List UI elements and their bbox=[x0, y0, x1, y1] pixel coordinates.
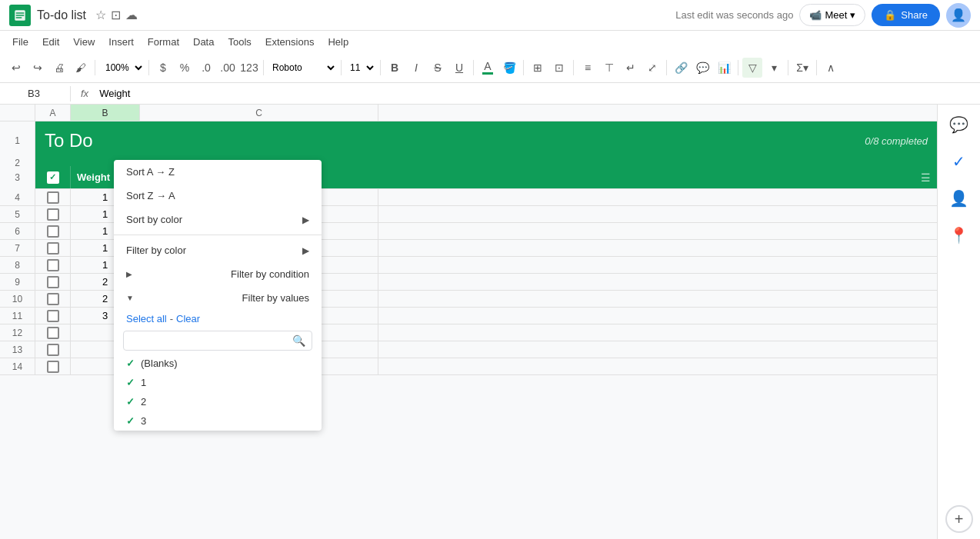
value2-label: 2 bbox=[141, 396, 146, 408]
function-button[interactable]: Σ▾ bbox=[792, 58, 812, 78]
formula-input[interactable] bbox=[96, 86, 977, 101]
underline-button[interactable]: U bbox=[449, 58, 469, 78]
sidebar-contacts-icon[interactable]: 👤 bbox=[945, 185, 973, 212]
italic-button[interactable]: I bbox=[406, 58, 426, 78]
text-color-button[interactable]: A bbox=[478, 58, 498, 78]
value-blanks[interactable]: ✓ (Blanks) bbox=[114, 354, 322, 373]
sidebar-add-button[interactable]: + bbox=[945, 505, 973, 533]
sidebar-chat-icon[interactable]: 💬 bbox=[945, 111, 973, 138]
doc-title: To-do list bbox=[37, 8, 86, 22]
filter-view-button[interactable]: ▾ bbox=[764, 58, 784, 78]
checkbox-6[interactable] bbox=[47, 225, 59, 238]
halign-button[interactable]: ≡ bbox=[578, 58, 598, 78]
star-icon[interactable]: ☆ bbox=[95, 8, 106, 22]
rotate-button[interactable]: ⤢ bbox=[642, 58, 662, 78]
filter-button[interactable]: ▽ bbox=[742, 58, 762, 78]
sidebar-maps-icon[interactable]: 📍 bbox=[945, 221, 973, 249]
sort-by-color-item[interactable]: Sort by color ▶ bbox=[114, 208, 322, 231]
zoom-select[interactable]: 100% bbox=[99, 60, 145, 75]
clear-link[interactable]: Clear bbox=[176, 313, 200, 324]
share-button[interactable]: 🔒 Share bbox=[872, 4, 940, 26]
sep11 bbox=[788, 60, 788, 75]
checkbox-8[interactable] bbox=[47, 259, 59, 271]
sort-za-item[interactable]: Sort Z → A bbox=[114, 184, 322, 208]
task-menu-icon[interactable]: ☰ bbox=[921, 171, 931, 184]
row-num-header bbox=[0, 105, 35, 121]
value-3[interactable]: ✓ 3 bbox=[114, 411, 322, 431]
decimal-inc-button[interactable]: .00 bbox=[218, 58, 238, 78]
sort-az-label: Sort A → Z bbox=[126, 166, 175, 178]
header-checkbox[interactable]: ✓ bbox=[47, 171, 59, 184]
filter-by-color-item[interactable]: Filter by color ▶ bbox=[114, 238, 322, 262]
menu-format[interactable]: Format bbox=[142, 34, 185, 50]
decimal-dec-button[interactable]: .0 bbox=[196, 58, 216, 78]
cell-reference[interactable] bbox=[3, 88, 65, 99]
percent-button[interactable]: % bbox=[175, 58, 195, 78]
menu-edit[interactable]: Edit bbox=[36, 34, 65, 50]
checkbox-7[interactable] bbox=[47, 242, 59, 255]
currency-button[interactable]: $ bbox=[153, 58, 173, 78]
menu-view[interactable]: View bbox=[67, 34, 101, 50]
header-checkmark-icon: ✓ bbox=[49, 172, 56, 182]
fill-color-button[interactable]: 🪣 bbox=[499, 58, 519, 78]
row-num-4: 4 bbox=[0, 189, 35, 205]
bold-button[interactable]: B bbox=[385, 58, 405, 78]
sidebar-tasks-icon[interactable]: ✓ bbox=[945, 148, 973, 175]
filter-by-values-item[interactable]: ▼ Filter by values bbox=[114, 286, 322, 310]
user-avatar[interactable]: 👤 bbox=[946, 3, 971, 28]
valign-button[interactable]: ⊤ bbox=[599, 58, 619, 78]
column-headers: A B C bbox=[0, 105, 937, 121]
checkbox-12[interactable] bbox=[47, 327, 59, 339]
comment-button[interactable]: 💬 bbox=[692, 58, 712, 78]
menu-tools[interactable]: Tools bbox=[222, 34, 257, 50]
checkbox-11[interactable] bbox=[47, 310, 59, 322]
filter-by-values-label: Filter by values bbox=[242, 292, 309, 304]
menu-data[interactable]: Data bbox=[187, 34, 220, 50]
select-all-link[interactable]: Select all bbox=[126, 313, 167, 324]
cell-10a bbox=[35, 291, 71, 307]
cell-12a bbox=[35, 324, 71, 341]
hide-formula-button[interactable]: ∧ bbox=[821, 58, 841, 78]
filter-by-condition-item[interactable]: ▶ Filter by condition bbox=[114, 262, 322, 286]
menu-extensions[interactable]: Extensions bbox=[259, 34, 321, 50]
print-button[interactable]: 🖨 bbox=[49, 58, 69, 78]
value-2[interactable]: ✓ 2 bbox=[114, 392, 322, 411]
cloud-icon[interactable]: ☁ bbox=[125, 8, 138, 22]
checkbox-14[interactable] bbox=[47, 361, 59, 373]
merge-button[interactable]: ⊡ bbox=[549, 58, 569, 78]
font-select[interactable]: Roboto bbox=[268, 60, 337, 75]
menu-insert[interactable]: Insert bbox=[102, 34, 140, 50]
checkbox-4[interactable] bbox=[47, 191, 59, 204]
menu-help[interactable]: Help bbox=[322, 34, 355, 50]
checkbox-10[interactable] bbox=[47, 293, 59, 305]
main-area: A B C 1 To Do 0/8 completed 2 3 ✓ bbox=[0, 105, 980, 539]
row-num-2: 2 bbox=[0, 160, 35, 166]
filter-search-input[interactable] bbox=[130, 335, 288, 347]
checkbox-13[interactable] bbox=[47, 344, 59, 356]
header-merged: To Do 0/8 completed bbox=[35, 121, 937, 160]
sep9 bbox=[666, 60, 667, 75]
row-num-3: 3 bbox=[0, 166, 35, 189]
wrap-button[interactable]: ↵ bbox=[621, 58, 641, 78]
value-1[interactable]: ✓ 1 bbox=[114, 373, 322, 392]
cell-5a bbox=[35, 206, 71, 222]
sort-by-color-arrow-icon: ▶ bbox=[302, 215, 309, 225]
checkbox-5[interactable] bbox=[47, 208, 59, 221]
strikethrough-button[interactable]: S bbox=[428, 58, 448, 78]
font-size-select[interactable]: 11 bbox=[345, 60, 376, 75]
sep4 bbox=[341, 60, 342, 75]
dash-sep: - bbox=[170, 313, 173, 324]
meet-button[interactable]: 📹 Meet ▾ bbox=[799, 4, 865, 26]
link-button[interactable]: 🔗 bbox=[671, 58, 691, 78]
row-num-12: 12 bbox=[0, 324, 35, 341]
chart-button[interactable]: 📊 bbox=[714, 58, 734, 78]
format123-button[interactable]: 123 bbox=[239, 58, 259, 78]
redo-button[interactable]: ↪ bbox=[28, 58, 48, 78]
undo-button[interactable]: ↩ bbox=[6, 58, 26, 78]
folder-icon[interactable]: ⊡ bbox=[111, 8, 121, 22]
checkbox-9[interactable] bbox=[47, 276, 59, 288]
sort-az-item[interactable]: Sort A → Z bbox=[114, 160, 322, 184]
paint-format-button[interactable]: 🖌 bbox=[71, 58, 91, 78]
menu-file[interactable]: File bbox=[6, 34, 35, 50]
borders-button[interactable]: ⊞ bbox=[528, 58, 548, 78]
